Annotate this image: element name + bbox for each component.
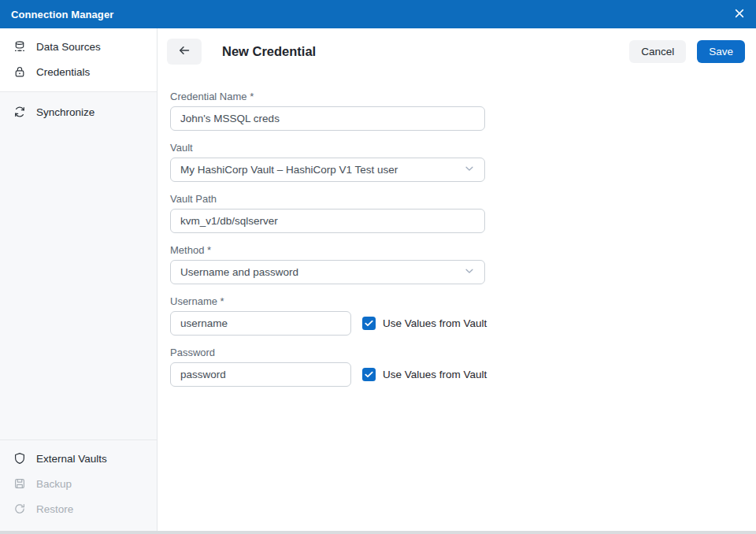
field-vault-path: Vault Path — [170, 192, 745, 233]
sidebar-item-backup[interactable]: Backup — [0, 471, 157, 496]
password-input[interactable] — [170, 362, 351, 387]
connection-manager-window: Connection Manager — [0, 0, 756, 534]
sidebar-item-label: External Vaults — [36, 453, 107, 465]
sidebar-spacer — [0, 132, 157, 439]
chevron-down-icon — [464, 163, 475, 176]
vault-path-label: Vault Path — [170, 192, 745, 206]
sidebar-group-primary: Data Sources Credentials — [0, 28, 157, 92]
page-header: New Credential Cancel Save — [167, 39, 745, 65]
field-method: Method * Username and password — [170, 243, 745, 284]
method-select-value: Username and password — [180, 266, 298, 278]
vault-select[interactable]: My HashiCorp Vault – HashiCorp V1 Test u… — [170, 158, 485, 182]
close-icon — [735, 9, 744, 20]
sidebar-item-synchronize[interactable]: Synchronize — [0, 99, 157, 124]
checkbox-checked-icon — [362, 368, 376, 381]
username-use-vault-checkbox[interactable]: Use Values from Vault — [362, 317, 487, 330]
vault-label: Vault — [170, 141, 745, 154]
method-select[interactable]: Username and password — [170, 260, 485, 284]
field-vault: Vault My HashiCorp Vault – HashiCorp V1 … — [170, 141, 745, 182]
sidebar-item-label: Restore — [36, 503, 73, 515]
sync-icon — [13, 106, 26, 118]
checkbox-checked-icon — [362, 317, 376, 330]
chevron-down-icon — [464, 265, 475, 279]
sidebar-item-label: Backup — [36, 478, 72, 490]
field-credential-name: Credential Name * — [170, 90, 745, 131]
field-username: Username * Use Values from Vault — [170, 295, 745, 336]
database-icon — [13, 40, 26, 53]
username-label: Username * — [170, 295, 745, 308]
cancel-button[interactable]: Cancel — [629, 40, 686, 63]
sidebar-item-label: Synchronize — [36, 106, 94, 118]
save-button[interactable]: Save — [697, 40, 745, 63]
lock-icon — [13, 65, 26, 78]
titlebar: Connection Manager — [0, 0, 756, 28]
sidebar-group-secondary: Synchronize — [0, 92, 157, 132]
sidebar-item-credentials[interactable]: Credentials — [0, 59, 157, 84]
method-label: Method * — [170, 243, 745, 257]
checkbox-label: Use Values from Vault — [383, 317, 487, 329]
sidebar-item-label: Data Sources — [36, 41, 101, 53]
page-title: New Credential — [222, 44, 316, 59]
back-arrow-icon — [177, 44, 191, 59]
sidebar-item-label: Credentials — [36, 66, 90, 78]
close-button[interactable] — [723, 0, 756, 28]
sidebar: Data Sources Credentials — [0, 28, 158, 531]
credential-name-input[interactable] — [170, 106, 485, 131]
save-icon — [13, 477, 26, 490]
sidebar-item-external-vaults[interactable]: External Vaults — [0, 446, 157, 471]
vault-path-input[interactable] — [170, 209, 485, 233]
main-panel: New Credential Cancel Save Credential Na… — [158, 28, 756, 531]
checkbox-label: Use Values from Vault — [383, 369, 487, 380]
vault-select-value: My HashiCorp Vault – HashiCorp V1 Test u… — [180, 164, 398, 176]
back-button[interactable] — [167, 39, 202, 65]
username-input[interactable] — [170, 311, 351, 336]
password-use-vault-checkbox[interactable]: Use Values from Vault — [362, 368, 487, 381]
restore-icon — [13, 502, 26, 515]
credential-name-label: Credential Name * — [170, 90, 745, 103]
sidebar-group-bottom: External Vaults Backup — [0, 439, 157, 531]
password-label: Password — [170, 346, 745, 359]
sidebar-item-restore[interactable]: Restore — [0, 496, 157, 521]
sidebar-item-data-sources[interactable]: Data Sources — [0, 34, 157, 59]
shield-icon — [13, 452, 26, 465]
window-title: Connection Manager — [11, 9, 113, 20]
credential-form: Credential Name * Vault My HashiCorp Vau… — [170, 90, 745, 387]
field-password: Password Use Values from Vault — [170, 346, 745, 387]
